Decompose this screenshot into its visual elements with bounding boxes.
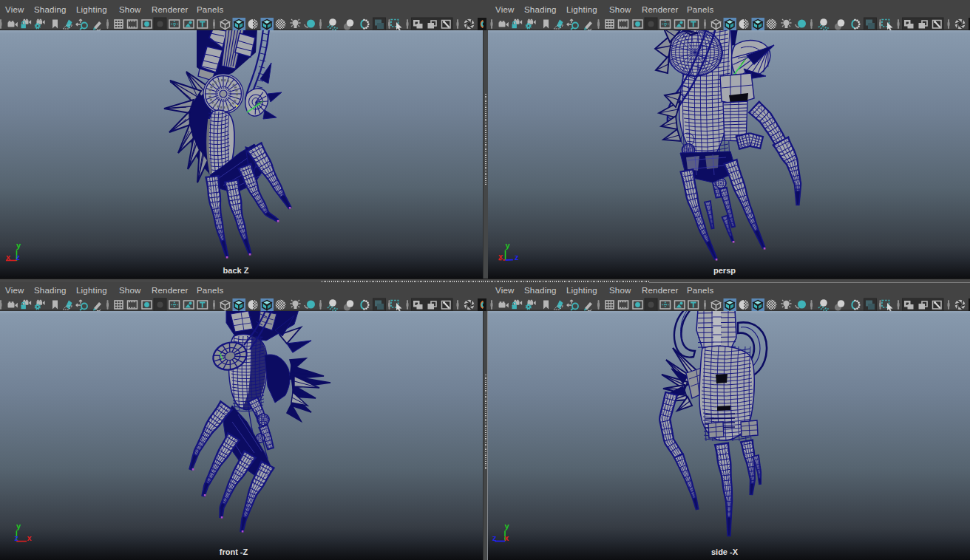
svg-text:x: x — [6, 253, 11, 262]
svg-text:x: x — [27, 533, 33, 542]
svg-text:z: z — [492, 533, 497, 542]
svg-text:z: z — [515, 253, 519, 262]
svg-text:x: x — [504, 533, 509, 542]
svg-text:y: y — [16, 522, 21, 530]
svg-text:x: x — [498, 252, 503, 261]
svg-text:y: y — [16, 241, 21, 250]
svg-text:y: y — [505, 522, 510, 530]
svg-text:y: y — [506, 241, 511, 250]
